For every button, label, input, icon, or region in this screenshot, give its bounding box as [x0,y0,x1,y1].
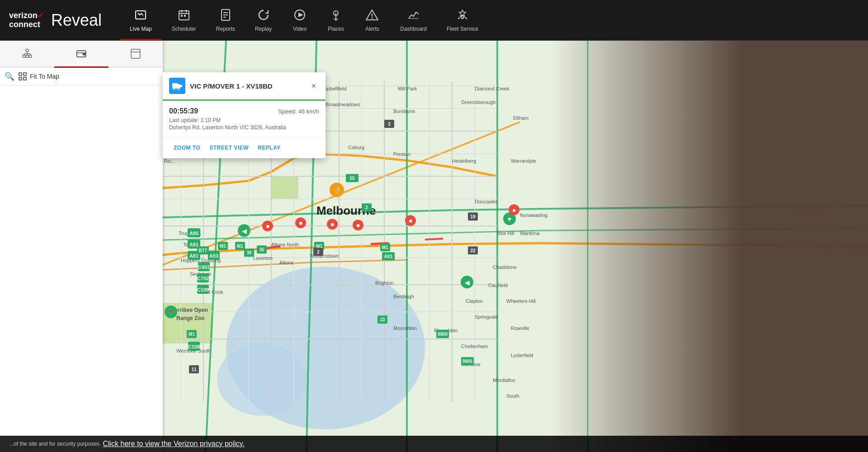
street-view-button[interactable]: STREET VIEW [205,142,253,154]
svg-text:Rowville: Rowville [511,325,529,331]
fit-to-map-icon [18,72,27,81]
nav-item-places[interactable]: Places [318,0,354,40]
svg-text:33: 33 [380,317,385,322]
svg-text:35: 35 [259,247,264,252]
svg-text:Bundoora: Bundoora [393,108,415,114]
alerts-icon [366,9,378,24]
bottom-bar: ...of the site and for security purposes… [0,436,868,452]
svg-text:🍴: 🍴 [333,187,341,194]
nav-item-reports[interactable]: Reports [206,0,245,40]
svg-text:Eltham: Eltham [513,115,528,121]
nav-item-replay[interactable]: Replay [245,0,282,40]
replay-icon [257,9,270,24]
svg-point-196 [178,88,179,90]
popup-vehicle-title: VIC P/MOVER 1 - XV18BD [190,82,308,90]
svg-text:Mordialloc: Mordialloc [493,377,516,383]
svg-text:■: ■ [513,207,516,213]
svg-rect-176 [26,55,28,57]
svg-text:Moorabbin: Moorabbin [393,325,417,331]
fit-to-map-label: Fit To Map [30,73,59,80]
svg-rect-6 [181,15,183,17]
live-map-label: Live Map [130,26,152,32]
svg-text:Nunawading: Nunawading [520,212,547,218]
svg-text:9900: 9900 [438,332,448,337]
svg-text:Clayton: Clayton [466,298,482,304]
svg-text:A95: A95 [189,231,198,236]
svg-text:Greensborough: Greensborough [461,99,495,105]
svg-text:M1: M1 [237,244,243,249]
svg-text:◀: ◀ [242,227,247,235]
svg-line-21 [465,17,467,19]
fit-to-map-btn[interactable]: Fit To Map [18,72,59,81]
dashboard-label: Dashboard [400,26,427,32]
svg-text:M1: M1 [382,245,388,250]
privacy-link[interactable]: Click here to view the Verizon privacy p… [103,440,245,448]
fleet-service-icon [456,9,469,24]
svg-point-17 [372,17,373,19]
popup-speed: Speed: 46 km/h [278,108,319,115]
reports-label: Reports [216,26,235,32]
svg-point-1 [142,15,144,17]
places-label: Places [328,26,344,32]
vehicle-icon [169,78,185,94]
replay-label: Replay [255,26,272,32]
svg-text:Bentleigh: Bentleigh [393,294,414,299]
svg-rect-175 [23,55,25,57]
svg-text:Heidelberg: Heidelberg [452,158,476,164]
app-name: Reveal [51,11,102,30]
verizon-logo: verizon✓ connect [9,11,44,29]
svg-point-195 [173,88,175,90]
svg-text:▼: ▼ [506,216,513,223]
svg-text:Springvale: Springvale [475,314,498,320]
replay-button[interactable]: REPLAY [253,142,285,154]
popup-body: 00:55:39 Speed: 46 km/h Last update: 1:1… [163,101,326,137]
svg-rect-7 [184,15,186,17]
svg-rect-189 [19,73,22,75]
logo-area: verizon✓ connect Reveal [0,11,111,30]
svg-text:◀: ◀ [465,279,470,286]
svg-text:📍: 📍 [167,308,175,316]
nav-item-dashboard[interactable]: Dashboard [390,0,437,40]
search-icon: 🔍 [5,71,14,81]
nav-item-fleet-service[interactable]: Fleet Service [437,0,488,40]
svg-text:Caulfield: Caulfield [488,282,508,288]
svg-rect-0 [136,11,146,19]
svg-text:A93: A93 [209,253,218,259]
nav-item-live-map[interactable]: Live Map [120,0,162,40]
map-container[interactable]: Plumpton Melton South Parwan Eynesbury M… [0,41,868,452]
svg-line-20 [458,17,460,19]
popup-close-button[interactable]: × [308,80,319,91]
svg-marker-13 [298,13,303,17]
sidebar-tab-window[interactable] [108,41,163,68]
dashboard-icon [407,9,420,24]
svg-text:19: 19 [470,214,476,219]
video-label: Video [293,26,307,32]
nav-item-alerts[interactable]: Alerts [354,0,390,40]
popup-last-update: Last update: 1:10 PM [169,117,319,123]
sidebar-tab-list[interactable] [54,41,108,68]
svg-text:Lysterfield: Lysterfield [511,353,533,358]
sidebar-search-bar: 🔍 Fit To Map [0,68,163,85]
svg-text:A91: A91 [189,242,198,247]
svg-text:■: ■ [356,222,359,229]
vehicle-popup: VIC P/MOVER 1 - XV18BD × 00:55:39 Speed:… [163,72,326,158]
svg-text:9905: 9905 [462,359,473,364]
sidebar-tab-tree[interactable] [0,41,54,68]
nav-item-scheduler[interactable]: Scheduler [162,0,206,40]
svg-text:Warrandyte: Warrandyte [511,158,536,164]
svg-text:22: 22 [470,248,476,253]
svg-text:Preston: Preston [393,151,410,157]
zoom-to-button[interactable]: ZOOM TO [169,142,205,154]
svg-point-19 [461,16,464,19]
places-icon [330,9,342,24]
svg-text:M1: M1 [189,332,195,337]
svg-rect-174 [26,49,28,52]
svg-text:Mill Park: Mill Park [398,86,417,91]
popup-actions: ZOOM TO STREET VIEW REPLAY [163,137,326,158]
svg-text:South: South [506,393,519,399]
svg-text:■: ■ [409,218,412,224]
svg-text:Alt1: Alt1 [384,254,393,259]
nav-item-video[interactable]: Video [282,0,318,40]
svg-rect-187 [131,49,140,58]
svg-text:Cheltenham: Cheltenham [461,344,488,349]
